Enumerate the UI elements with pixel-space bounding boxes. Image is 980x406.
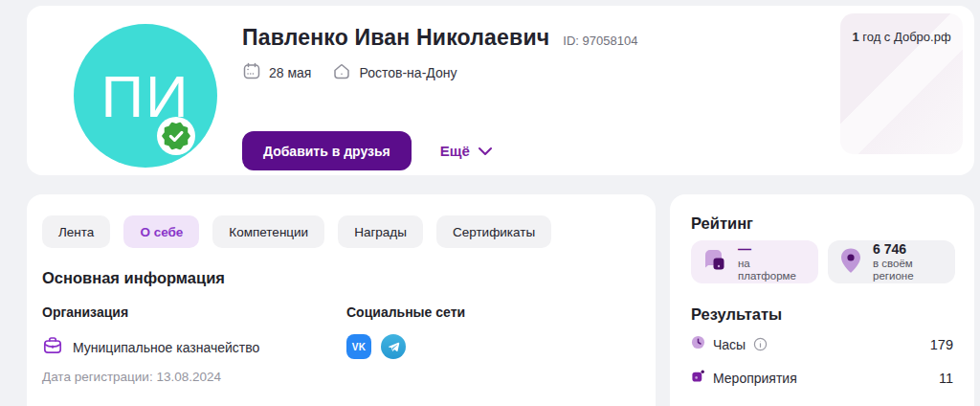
organization-link[interactable]: Муниципальное казначейство (42, 335, 259, 360)
results-title: Результаты (691, 305, 782, 324)
result-hours-label: Часы (713, 337, 746, 352)
birthday-item: 28 мая (242, 61, 311, 84)
stats-panel: Рейтинг — на платформе (670, 194, 974, 406)
organization-label: Организация (42, 304, 259, 320)
profile-actions: Добавить в друзья Ещё (242, 131, 493, 170)
platform-rank-value: — (738, 242, 809, 257)
verified-badge-icon (157, 117, 195, 155)
avatar[interactable]: ПИ (74, 24, 217, 168)
clock-icon (691, 335, 705, 353)
profile-head-row: Павленко Иван Николаевич ID: 97058104 (242, 25, 637, 51)
birthday-label: 28 мая (269, 65, 311, 80)
result-hours-value: 179 (930, 337, 953, 352)
more-button-label: Ещё (440, 143, 470, 159)
rating-card-platform: — на платформе (691, 240, 818, 283)
profile-page: ПИ Павленко Иван Николаевич ID: 97058104 (0, 0, 980, 406)
result-row-events: Мероприятия 11 (691, 369, 953, 387)
briefcase-icon (42, 335, 63, 360)
tab-competencies[interactable]: Компетенции (212, 215, 324, 248)
tab-about[interactable]: О себе (123, 215, 199, 248)
home-icon (332, 61, 351, 84)
profile-meta-row: 28 мая Ростов-на-Дону (242, 61, 470, 84)
tenure-badge[interactable]: 1 год с Добро.рф (840, 13, 963, 154)
region-rank-label: в своём регионе (873, 258, 946, 282)
profile-header-card: ПИ Павленко Иван Николаевич ID: 97058104 (27, 6, 974, 175)
social-icons: VK (346, 334, 465, 359)
chevron-down-icon (478, 143, 493, 159)
result-events-value: 11 (939, 371, 953, 386)
region-rank-value: 6 746 (873, 242, 946, 257)
more-button[interactable]: Ещё (440, 143, 493, 159)
region-pin-icon (837, 246, 864, 279)
calendar-icon (242, 61, 261, 84)
social-label: Социальные сети (346, 304, 465, 320)
info-icon[interactable] (753, 337, 768, 351)
social-block: Социальные сети VK (346, 304, 465, 359)
platform-rank-label: на платформе (738, 258, 809, 282)
platform-rank-icon (701, 246, 729, 279)
tab-awards[interactable]: Награды (338, 215, 423, 248)
user-id: ID: 97058104 (563, 34, 637, 48)
rating-title: Рейтинг (691, 214, 753, 233)
city-item: Ростов-на-Дону (332, 61, 457, 84)
profile-tabs: Лента О себе Компетенции Награды Сертифи… (42, 215, 551, 248)
vk-icon[interactable]: VK (346, 334, 371, 359)
tab-feed[interactable]: Лента (42, 215, 110, 248)
section-title-main-info: Основная информация (42, 269, 225, 287)
organization-block: Организация Муниципальное казначейство (42, 304, 259, 360)
registration-date: Дата регистрации: 13.08.2024 (42, 370, 221, 384)
rating-card-region: 6 746 в своём регионе (828, 240, 955, 283)
page-title: Павленко Иван Николаевич (242, 25, 549, 51)
add-friend-button[interactable]: Добавить в друзья (242, 131, 412, 170)
telegram-icon[interactable] (381, 334, 406, 359)
tenure-badge-label: 1 год с Добро.рф (852, 30, 950, 44)
rating-cards: — на платформе 6 746 в своём регионе (691, 240, 955, 283)
city-label: Ростов-на-Дону (359, 65, 457, 80)
about-panel: Лента О себе Компетенции Награды Сертифи… (27, 194, 656, 406)
events-icon (691, 369, 705, 387)
result-row-hours: Часы 179 (691, 335, 953, 353)
organization-value: Муниципальное казначейство (73, 340, 259, 355)
tab-certificates[interactable]: Сертификаты (436, 215, 551, 248)
result-events-label: Мероприятия (713, 371, 797, 386)
